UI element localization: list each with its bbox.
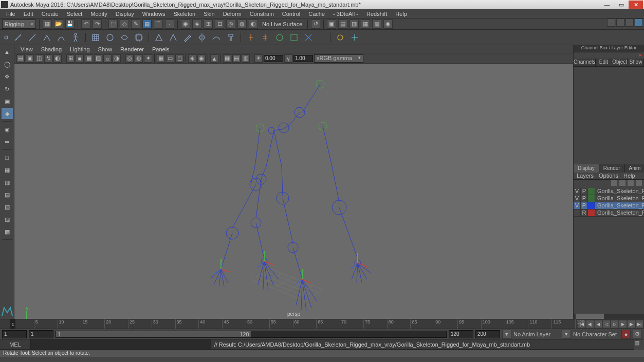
expose-c-icon[interactable]: ▥ — [242, 54, 250, 63]
layer-scrollbar[interactable] — [574, 314, 644, 319]
bind-skin-icon[interactable] — [153, 32, 164, 43]
save-scene-icon[interactable]: 💾 — [65, 20, 75, 29]
anim-layer-label[interactable]: No Anim Layer — [513, 331, 560, 337]
layer-vis[interactable] — [574, 209, 581, 216]
last-tool-icon[interactable]: ◆ — [2, 108, 13, 119]
chtab-object[interactable]: Object — [612, 59, 628, 66]
detach-skin-icon[interactable] — [168, 32, 179, 43]
layermenu-help[interactable]: Help — [623, 173, 635, 179]
layer-color[interactable] — [588, 209, 595, 216]
constraint-a-icon[interactable] — [245, 32, 256, 43]
shadow-icon[interactable]: ◑ — [113, 54, 121, 63]
play-end-input[interactable] — [449, 330, 473, 338]
panel-toggle-d-icon[interactable] — [635, 18, 643, 27]
soft-select-icon[interactable]: ◉ — [2, 124, 13, 135]
lattice-icon[interactable] — [90, 32, 101, 43]
layout-e-icon[interactable]: ▩ — [2, 226, 13, 237]
menu-skin[interactable]: Skin — [199, 11, 218, 17]
layer-row[interactable]: VPGorilla_Skeleton_Rigg — [574, 195, 644, 202]
constraint-b-icon[interactable] — [260, 32, 271, 43]
layout-a-icon[interactable]: ▥ — [2, 177, 13, 188]
layertab-anim[interactable]: Anim — [625, 164, 644, 173]
maximize-button[interactable]: ▭ — [614, 1, 629, 9]
exposure-input[interactable] — [264, 55, 283, 62]
small-sel-icon[interactable] — [3, 32, 9, 43]
vpmenu-lighting[interactable]: Lighting — [67, 46, 93, 52]
script-editor-icon[interactable]: ▤ — [634, 339, 644, 350]
wrap-icon[interactable] — [133, 32, 144, 43]
cmd-input[interactable] — [31, 339, 211, 349]
menu-redshift[interactable]: Redshift — [362, 11, 391, 17]
panel-toggle-c-icon[interactable] — [625, 18, 634, 27]
anim-start-input[interactable] — [2, 330, 27, 338]
menu-file[interactable]: File — [2, 11, 20, 17]
vpmenu-show[interactable]: Show — [95, 46, 116, 52]
time-slider[interactable]: 1510152025303540455055606570758085909510… — [0, 319, 644, 329]
play-fwd-icon[interactable]: ▷ — [611, 320, 618, 328]
layer-new-icon[interactable] — [628, 180, 634, 186]
cmd-lang-label[interactable]: MEL — [0, 339, 31, 349]
menu-edit[interactable]: Edit — [20, 11, 38, 17]
menu-deform[interactable]: Deform — [219, 11, 246, 17]
blend-shape-icon[interactable] — [119, 32, 130, 43]
vpmenu-view[interactable]: View — [17, 46, 36, 52]
wf-shaded-icon[interactable]: ▦ — [85, 54, 93, 63]
live-surface-icon[interactable]: ◐ — [249, 20, 258, 29]
vp-c-icon[interactable]: ◐ — [53, 54, 62, 63]
step-fwd-key-icon[interactable]: |▶ — [628, 320, 635, 328]
film-icon[interactable]: ▭ — [166, 54, 174, 63]
render-e-icon[interactable]: ▧ — [372, 20, 381, 29]
redo-icon[interactable]: ↷ — [93, 20, 102, 29]
layer-vis[interactable]: V — [574, 195, 581, 202]
close-button[interactable]: ✕ — [629, 1, 643, 9]
layer-type[interactable]: P — [581, 195, 588, 202]
hammer-weights-icon[interactable] — [225, 32, 236, 43]
quick-rig-b-icon[interactable] — [349, 32, 360, 43]
four-view-icon[interactable]: ▦ — [2, 164, 13, 176]
layer-color[interactable] — [588, 202, 595, 209]
snap-grid-icon[interactable]: ▦ — [142, 20, 152, 29]
layermenu-options[interactable]: Options — [599, 173, 618, 179]
xray-icon[interactable]: ◍ — [135, 54, 143, 63]
select-mode-icon[interactable]: ⬚ — [108, 20, 118, 29]
constraint-c-icon[interactable] — [274, 32, 285, 43]
paint-mode-icon[interactable]: ✎ — [131, 20, 140, 29]
snap-point-icon[interactable]: ∙ — [165, 20, 174, 29]
panel-toggle-a-icon[interactable] — [607, 18, 615, 27]
xray-j-icon[interactable]: ✦ — [144, 54, 152, 63]
shaded-icon[interactable]: ■ — [76, 54, 84, 63]
mb-icon[interactable]: ◉ — [197, 54, 206, 63]
layermenu-layers[interactable]: Layers — [577, 173, 594, 179]
menu-modify[interactable]: Modify — [86, 11, 111, 17]
play-back-icon[interactable]: ◁ — [603, 320, 610, 328]
vpmenu-renderer[interactable]: Renderer — [117, 46, 147, 52]
autokey-icon[interactable]: ● — [621, 330, 631, 339]
gamma-icon[interactable]: γ — [284, 54, 292, 63]
range-menu-icon[interactable]: ▾ — [502, 330, 511, 339]
lasso-tool-icon[interactable]: ◯ — [2, 59, 13, 70]
menu-constrain[interactable]: Constrain — [246, 11, 278, 17]
layer-type[interactable]: P — [581, 202, 588, 209]
layertab-render[interactable]: Render — [599, 164, 625, 173]
history-icon[interactable]: ↺ — [311, 20, 320, 29]
layer-row[interactable]: VPGorilla_Skeleton_Rigg — [574, 202, 644, 209]
snap-a-icon[interactable]: ◉ — [181, 20, 190, 29]
exposure-icon[interactable]: ☀ — [254, 54, 263, 63]
layer-move-down-icon[interactable] — [619, 180, 625, 186]
human-ik-icon[interactable] — [70, 32, 81, 43]
snap-curve-icon[interactable]: ⌒ — [154, 20, 163, 29]
current-frame-marker[interactable]: 1 — [10, 319, 15, 329]
menu-display[interactable]: Display — [112, 11, 138, 17]
layer-vis[interactable]: V — [574, 188, 581, 195]
insert-joint-icon[interactable] — [27, 32, 38, 43]
render-f-icon[interactable]: ◉ — [383, 20, 393, 29]
layer-row[interactable]: RGorilla_Skeleton_Rigg — [574, 209, 644, 217]
minimize-button[interactable]: — — [600, 1, 614, 9]
anim-end-input[interactable] — [475, 330, 500, 338]
gate-icon[interactable]: ◻ — [175, 54, 183, 63]
channel-box-arrow-icon[interactable]: ▸ — [639, 52, 642, 59]
chtab-show[interactable]: Show — [628, 59, 644, 66]
step-back-key-icon[interactable]: ◀| — [586, 320, 594, 328]
vpmenu-panels[interactable]: Panels — [149, 46, 173, 52]
constraint-e-icon[interactable] — [303, 32, 314, 43]
